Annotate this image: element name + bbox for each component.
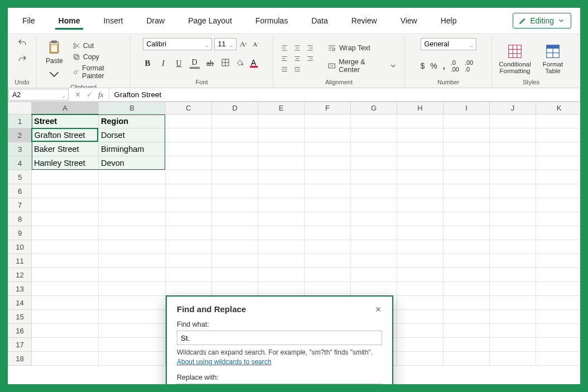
align-bottom-button[interactable] xyxy=(305,44,316,52)
cell-I15[interactable] xyxy=(444,310,490,324)
column-header-B[interactable]: B xyxy=(99,102,166,114)
borders-button[interactable] xyxy=(221,58,230,69)
row-header-17[interactable]: 17 xyxy=(8,338,32,352)
row-header-13[interactable]: 13 xyxy=(8,282,32,296)
column-header-K[interactable]: K xyxy=(536,102,581,114)
cell-J5[interactable] xyxy=(490,170,536,184)
merge-center-button[interactable]: Merge & Center xyxy=(326,57,399,75)
cell-H14[interactable] xyxy=(397,296,444,310)
cell-K14[interactable] xyxy=(536,296,581,310)
cell-F8[interactable] xyxy=(305,212,351,226)
cell-F2[interactable] xyxy=(305,128,351,142)
cell-C2[interactable] xyxy=(166,128,212,142)
cell-D5[interactable] xyxy=(212,170,258,184)
cell-I8[interactable] xyxy=(444,212,490,226)
cell-E7[interactable] xyxy=(258,198,305,212)
cell-I4[interactable] xyxy=(444,156,490,170)
cell-J3[interactable] xyxy=(490,142,536,156)
align-center-button[interactable] xyxy=(292,54,303,63)
cell-H3[interactable] xyxy=(397,142,444,156)
cell-A10[interactable] xyxy=(32,240,99,254)
cell-B10[interactable] xyxy=(99,240,166,254)
cell-F9[interactable] xyxy=(305,226,351,240)
percent-format-button[interactable]: % xyxy=(430,61,437,70)
cell-B14[interactable] xyxy=(99,296,166,310)
cell-C7[interactable] xyxy=(166,198,212,212)
row-header-8[interactable]: 8 xyxy=(8,212,32,226)
cell-D9[interactable] xyxy=(212,226,258,240)
cell-G13[interactable] xyxy=(351,282,397,296)
cell-F1[interactable] xyxy=(305,114,351,128)
cell-H16[interactable] xyxy=(397,324,444,338)
row-header-15[interactable]: 15 xyxy=(8,310,32,324)
cell-B1[interactable]: Region xyxy=(99,114,166,128)
cell-F10[interactable] xyxy=(305,240,351,254)
row-header-1[interactable]: 1 xyxy=(8,114,32,128)
cell-A6[interactable] xyxy=(32,184,99,198)
undo-button[interactable] xyxy=(17,38,28,50)
cell-A16[interactable] xyxy=(32,324,99,338)
cell-J6[interactable] xyxy=(490,184,536,198)
cell-H11[interactable] xyxy=(397,254,444,268)
row-header-12[interactable]: 12 xyxy=(8,268,32,282)
cell-A9[interactable] xyxy=(32,226,99,240)
align-right-button[interactable] xyxy=(305,54,316,63)
cell-I18[interactable] xyxy=(444,352,490,366)
cell-B8[interactable] xyxy=(99,212,166,226)
fill-color-button[interactable] xyxy=(235,58,244,69)
tab-home[interactable]: Home xyxy=(50,11,89,31)
cell-G9[interactable] xyxy=(351,226,397,240)
cell-I3[interactable] xyxy=(444,142,490,156)
cell-F4[interactable] xyxy=(305,156,351,170)
cell-A1[interactable]: Street xyxy=(32,114,99,128)
accounting-format-button[interactable]: $ xyxy=(421,61,425,70)
cell-E11[interactable] xyxy=(258,254,305,268)
cell-D6[interactable] xyxy=(212,184,258,198)
cell-C12[interactable] xyxy=(166,268,212,282)
format-painter-button[interactable]: Format Painter xyxy=(71,63,124,81)
cell-A14[interactable] xyxy=(32,296,99,310)
cell-D11[interactable] xyxy=(212,254,258,268)
column-header-F[interactable]: F xyxy=(305,102,351,114)
cancel-formula-button[interactable]: ✕ xyxy=(75,90,81,99)
cell-K16[interactable] xyxy=(536,324,581,338)
font-name-select[interactable]: Calibri xyxy=(143,38,212,50)
cell-G6[interactable] xyxy=(351,184,397,198)
cell-H1[interactable] xyxy=(397,114,444,128)
row-header-2[interactable]: 2 xyxy=(8,128,32,142)
tab-review[interactable]: Review xyxy=(343,11,386,31)
increase-indent-button[interactable] xyxy=(292,65,303,74)
cell-J9[interactable] xyxy=(490,226,536,240)
row-header-4[interactable]: 4 xyxy=(8,156,32,170)
cell-I9[interactable] xyxy=(444,226,490,240)
comma-format-button[interactable]: , xyxy=(443,61,445,70)
double-underline-button[interactable]: D xyxy=(190,59,200,69)
cell-H2[interactable] xyxy=(397,128,444,142)
align-middle-button[interactable] xyxy=(292,44,303,52)
cell-K9[interactable] xyxy=(536,226,581,240)
cell-D8[interactable] xyxy=(212,212,258,226)
decrease-font-button[interactable]: Aˇ xyxy=(251,39,261,49)
cell-K4[interactable] xyxy=(536,156,581,170)
cell-D7[interactable] xyxy=(212,198,258,212)
cell-B12[interactable] xyxy=(99,268,166,282)
cell-B17[interactable] xyxy=(99,338,166,352)
bold-button[interactable]: B xyxy=(143,59,153,69)
cell-B11[interactable] xyxy=(99,254,166,268)
column-header-E[interactable]: E xyxy=(258,102,305,114)
cell-D10[interactable] xyxy=(212,240,258,254)
cell-K13[interactable] xyxy=(536,282,581,296)
cell-B7[interactable] xyxy=(99,198,166,212)
italic-button[interactable]: I xyxy=(158,59,168,69)
cell-K3[interactable] xyxy=(536,142,581,156)
cell-A2[interactable]: Grafton Street xyxy=(32,128,99,142)
cell-D12[interactable] xyxy=(212,268,258,282)
cell-H18[interactable] xyxy=(397,352,444,366)
fx-icon[interactable]: fx xyxy=(98,90,103,99)
cell-K6[interactable] xyxy=(536,184,581,198)
column-header-A[interactable]: A xyxy=(32,102,99,114)
cell-E3[interactable] xyxy=(258,142,305,156)
tab-insert[interactable]: Insert xyxy=(94,11,132,31)
tab-page-layout[interactable]: Page Layout xyxy=(179,11,241,31)
cut-button[interactable]: Cut xyxy=(71,41,95,51)
